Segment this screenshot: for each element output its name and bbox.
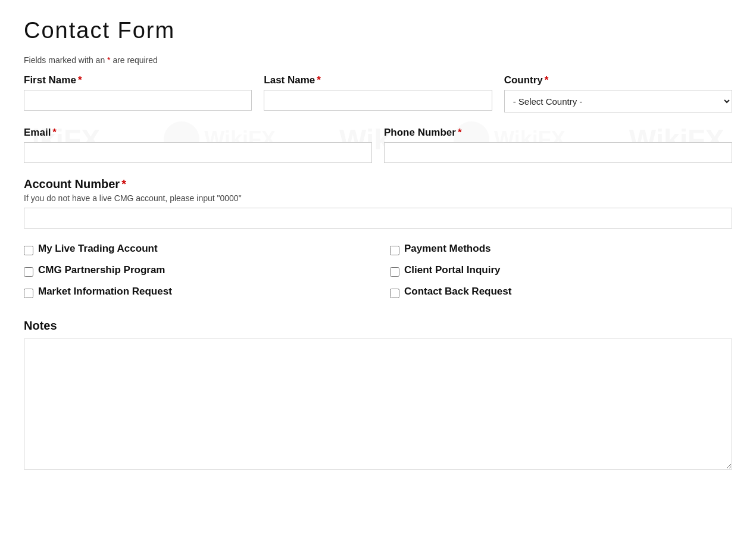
account-number-section: Account Number* If you do not have a liv…: [24, 177, 732, 229]
email-label: Email*: [24, 127, 372, 139]
phone-label: Phone Number*: [384, 127, 732, 139]
required-note: Fields marked with an * are required: [24, 55, 732, 65]
checkbox-client-portal-input[interactable]: [390, 267, 399, 277]
notes-textarea[interactable]: [24, 339, 732, 470]
last-name-group: Last Name*: [264, 74, 492, 112]
checkbox-partnership-input[interactable]: [24, 267, 33, 277]
checkbox-column-left: My Live Trading Account CMG Partnership …: [24, 243, 366, 301]
last-name-input[interactable]: [264, 90, 492, 111]
country-group: Country* - Select Country - United State…: [504, 74, 732, 112]
checkboxes-section: My Live Trading Account CMG Partnership …: [24, 243, 732, 301]
account-number-input[interactable]: [24, 208, 732, 229]
country-label: Country*: [504, 74, 732, 86]
account-number-label: Account Number*: [24, 177, 732, 191]
account-note: If you do not have a live CMG account, p…: [24, 193, 732, 203]
country-select[interactable]: - Select Country - United States United …: [504, 90, 732, 112]
checkbox-partnership: CMG Partnership Program: [24, 264, 366, 280]
checkbox-partnership-label[interactable]: CMG Partnership Program: [38, 264, 165, 276]
checkbox-client-portal-label[interactable]: Client Portal Inquiry: [404, 264, 501, 276]
first-name-group: First Name*: [24, 74, 252, 112]
phone-input[interactable]: [384, 142, 732, 163]
checkbox-contact-back-label[interactable]: Contact Back Request: [404, 286, 511, 298]
checkbox-live-trading-input[interactable]: [24, 246, 33, 255]
checkbox-column-right: Payment Methods Client Portal Inquiry Co…: [390, 243, 732, 301]
first-name-input[interactable]: [24, 90, 252, 111]
page-title: Contact Form: [24, 18, 732, 43]
last-name-label: Last Name*: [264, 74, 492, 86]
checkbox-contact-back: Contact Back Request: [390, 286, 732, 301]
checkbox-payment-methods-label[interactable]: Payment Methods: [404, 243, 491, 255]
checkbox-live-trading-label[interactable]: My Live Trading Account: [38, 243, 158, 255]
phone-group: Phone Number*: [384, 127, 732, 163]
checkbox-market-info: Market Information Request: [24, 286, 366, 301]
email-input[interactable]: [24, 142, 372, 163]
email-phone-row: Email* Phone Number*: [24, 127, 732, 163]
contact-form: Contact Form Fields marked with an * are…: [24, 18, 732, 472]
email-group: Email*: [24, 127, 372, 163]
checkbox-market-info-label[interactable]: Market Information Request: [38, 286, 172, 298]
notes-section: Notes: [24, 319, 732, 472]
first-name-label: First Name*: [24, 74, 252, 86]
checkbox-payment-methods: Payment Methods: [390, 243, 732, 258]
name-country-row: First Name* Last Name* Country* - Select…: [24, 74, 732, 112]
checkbox-payment-methods-input[interactable]: [390, 246, 399, 255]
checkbox-contact-back-input[interactable]: [390, 289, 399, 298]
checkbox-client-portal: Client Portal Inquiry: [390, 264, 732, 280]
checkbox-live-trading: My Live Trading Account: [24, 243, 366, 258]
notes-label: Notes: [24, 319, 732, 333]
checkbox-market-info-input[interactable]: [24, 289, 33, 298]
